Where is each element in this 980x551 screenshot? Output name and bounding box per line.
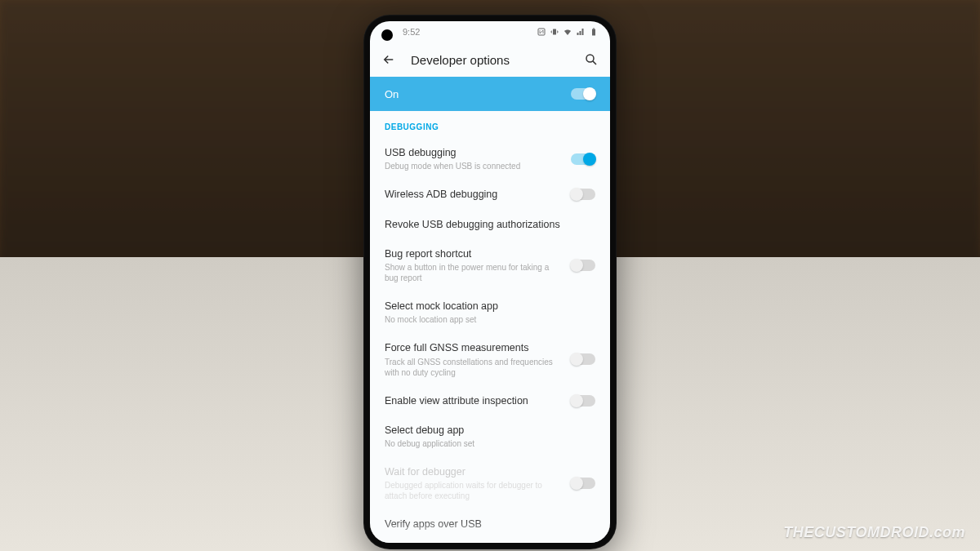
row-title: Revoke USB debugging authorizations [385,218,595,231]
row-title: Verify apps over USB [385,518,595,531]
row-title: Wireless ADB debugging [385,188,561,201]
row-title: Select mock location app [385,300,595,313]
row-subtitle: Show a button in the power menu for taki… [385,262,561,283]
master-toggle-label: On [385,88,399,100]
row-title: Select debug app [385,424,595,437]
row-wait-debugger: Wait for debugger Debugged application w… [385,457,595,509]
app-header: Developer options [370,42,610,77]
master-toggle-switch[interactable] [571,88,595,100]
search-icon[interactable] [584,52,599,67]
svg-rect-3 [593,29,595,29]
vibrate-icon [550,27,559,37]
row-mock-location[interactable]: Select mock location app No mock locatio… [385,291,595,333]
master-toggle-row[interactable]: On [370,77,610,111]
toggle-view-attr[interactable] [571,395,595,407]
page-title: Developer options [411,53,569,67]
svg-rect-2 [592,29,595,36]
settings-list: DEBUGGING USB debugging Debug mode when … [370,111,610,540]
row-gnss[interactable]: Force full GNSS measurements Track all G… [385,333,595,385]
section-header-debugging: DEBUGGING [385,111,595,138]
wifi-icon [563,27,572,37]
toggle-bug-report[interactable] [571,260,595,271]
watermark: THECUSTOMDROID.com [783,524,965,541]
toggle-gnss[interactable] [571,353,595,365]
row-subtitle: Debugged application waits for debugger … [385,480,561,501]
nfc-icon [537,27,546,37]
phone-screen: 9:52 Developer options On DEBUGGING USB … [370,21,610,543]
toggle-wait-debugger [571,478,595,489]
toggle-wireless-adb[interactable] [571,189,595,200]
row-subtitle: Track all GNSS constellations and freque… [385,357,561,378]
row-title: USB debugging [385,146,561,159]
row-title: Wait for debugger [385,465,561,478]
row-subtitle: No mock location app set [385,314,595,325]
row-view-attribute[interactable]: Enable view attribute inspection [385,386,595,415]
svg-rect-1 [553,29,556,35]
row-title: Bug report shortcut [385,247,561,260]
back-arrow-icon[interactable] [381,52,396,67]
phone-frame: 9:52 Developer options On DEBUGGING USB … [363,15,617,549]
camera-punch-hole [381,29,393,41]
row-subtitle: No debug application set [385,438,595,449]
row-subtitle: Debug mode when USB is connected [385,161,561,171]
status-icons [537,27,599,37]
svg-point-4 [586,55,594,62]
battery-icon [589,27,599,37]
row-verify-apps-usb[interactable]: Verify apps over USB [385,509,595,539]
row-select-debug-app[interactable]: Select debug app No debug application se… [385,415,595,457]
row-title: Enable view attribute inspection [385,394,561,407]
row-title: Force full GNSS measurements [385,341,561,354]
row-wireless-adb[interactable]: Wireless ADB debugging [385,180,595,209]
row-revoke-auth[interactable]: Revoke USB debugging authorizations [385,210,595,239]
row-bug-report-shortcut[interactable]: Bug report shortcut Show a button in the… [385,239,595,291]
signal-icon [576,27,586,37]
status-time: 9:52 [403,27,420,37]
toggle-usb-debugging[interactable] [571,153,595,165]
status-bar: 9:52 [370,21,610,42]
row-usb-debugging[interactable]: USB debugging Debug mode when USB is con… [385,138,595,180]
